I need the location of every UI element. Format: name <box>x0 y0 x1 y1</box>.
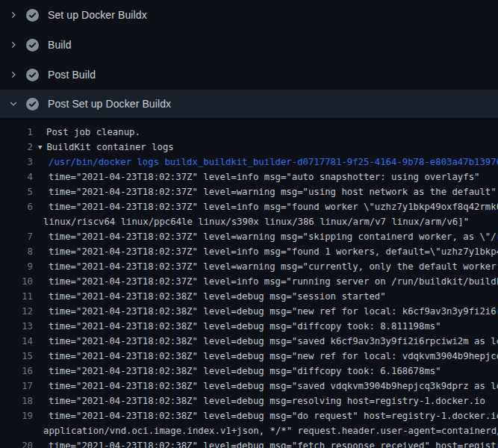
step-header-post-build[interactable]: Post Build <box>0 60 498 90</box>
line-number[interactable]: 20 <box>0 438 33 448</box>
line-number[interactable]: 11 <box>0 289 33 304</box>
log-text: time="2021-04-23T18:02:37Z" level=info m… <box>49 244 498 259</box>
log-text: Post job cleanup. <box>46 125 140 140</box>
log-line: 13time="2021-04-23T18:02:38Z" level=debu… <box>0 319 498 334</box>
log-line: 11time="2021-04-23T18:02:38Z" level=debu… <box>0 289 498 304</box>
line-number[interactable]: 1 <box>0 125 33 140</box>
log-line: 9time="2021-04-23T18:02:37Z" level=warni… <box>0 259 498 274</box>
log-text: time="2021-04-23T18:02:38Z" level=debug … <box>49 304 498 319</box>
step-header-post-set-up-docker-buildx[interactable]: Post Set up Docker Buildx <box>0 90 498 118</box>
log-line: linux/riscv64 linux/ppc64le linux/s390x … <box>0 214 498 229</box>
line-number[interactable]: 9 <box>0 259 33 274</box>
log-line: 5time="2021-04-23T18:02:37Z" level=warni… <box>0 184 498 199</box>
chevron-right-icon <box>9 10 18 19</box>
line-number <box>0 423 33 438</box>
chevron-right-icon <box>9 40 18 49</box>
log-group-toggle[interactable]: ▼BuildKit container logs <box>38 140 174 155</box>
log-text: time="2021-04-23T18:02:38Z" level=debug … <box>49 319 441 334</box>
log-text: time="2021-04-23T18:02:37Z" level=warnin… <box>49 184 497 199</box>
log-line: 4time="2021-04-23T18:02:37Z" level=info … <box>0 169 498 184</box>
step-label: Build <box>48 39 72 51</box>
line-number <box>0 214 33 229</box>
line-number[interactable]: 4 <box>0 169 33 184</box>
steps-list: Set up Docker BuildxBuildPost BuildPost … <box>0 0 498 118</box>
step-header-set-up-docker-buildx[interactable]: Set up Docker Buildx <box>0 0 498 30</box>
log-line: 10time="2021-04-23T18:02:37Z" level=info… <box>0 274 498 289</box>
step-header-build[interactable]: Build <box>0 30 498 60</box>
log-line: 15time="2021-04-23T18:02:38Z" level=debu… <box>0 349 498 364</box>
step-label: Set up Docker Buildx <box>48 9 147 21</box>
log-text: linux/riscv64 linux/ppc64le linux/s390x … <box>43 214 469 229</box>
check-circle-icon <box>26 69 39 81</box>
check-circle-icon <box>26 9 39 22</box>
log-text: time="2021-04-23T18:02:38Z" level=debug … <box>49 379 498 393</box>
log-text: application/vnd.oci.image.index.v1+json,… <box>43 423 498 438</box>
log-line: 8time="2021-04-23T18:02:37Z" level=info … <box>0 244 498 259</box>
log-text: time="2021-04-23T18:02:37Z" level=info m… <box>49 169 479 184</box>
line-number[interactable]: 2 <box>0 140 33 155</box>
line-number[interactable]: 14 <box>0 334 33 349</box>
line-number[interactable]: 17 <box>0 379 33 393</box>
log-text: time="2021-04-23T18:02:38Z" level=debug … <box>49 364 441 379</box>
log-line: 14time="2021-04-23T18:02:38Z" level=debu… <box>0 334 498 349</box>
line-number[interactable]: 3 <box>0 155 33 169</box>
log-line: 16time="2021-04-23T18:02:38Z" level=debu… <box>0 364 498 379</box>
log-line: 7time="2021-04-23T18:02:37Z" level=warni… <box>0 229 498 244</box>
line-number[interactable]: 6 <box>0 199 33 214</box>
line-number[interactable]: 19 <box>0 408 33 423</box>
chevron-right-icon <box>9 70 18 79</box>
chevron-down-icon <box>9 99 18 108</box>
line-number[interactable]: 13 <box>0 319 33 334</box>
log-line: 6time="2021-04-23T18:02:37Z" level=info … <box>0 199 498 214</box>
log-line: 2▼BuildKit container logs <box>0 140 498 155</box>
step-label: Post Build <box>48 69 96 81</box>
log-line: 12time="2021-04-23T18:02:38Z" level=debu… <box>0 304 498 319</box>
line-number[interactable]: 5 <box>0 184 33 199</box>
line-number[interactable]: 12 <box>0 304 33 319</box>
check-circle-icon <box>26 98 39 111</box>
line-number[interactable]: 7 <box>0 229 33 244</box>
log-text: time="2021-04-23T18:02:37Z" level=warnin… <box>49 259 498 274</box>
log-viewer: 1Post job cleanup.2▼BuildKit container l… <box>0 118 498 448</box>
log-text: time="2021-04-23T18:02:37Z" level=info m… <box>49 199 498 214</box>
log-text: time="2021-04-23T18:02:38Z" level=debug … <box>49 349 498 364</box>
log-line: 20time="2021-04-23T18:02:38Z" level=debu… <box>0 438 498 448</box>
log-line: 17time="2021-04-23T18:02:38Z" level=debu… <box>0 379 498 393</box>
log-line: 18time="2021-04-23T18:02:38Z" level=debu… <box>0 393 498 408</box>
log-line: 3/usr/bin/docker logs buildx_buildkit_bu… <box>0 155 498 169</box>
log-line: 1Post job cleanup. <box>0 125 498 140</box>
log-text: time="2021-04-23T18:02:37Z" level=info m… <box>49 274 498 289</box>
log-text: time="2021-04-23T18:02:38Z" level=debug … <box>49 438 498 448</box>
log-text: time="2021-04-23T18:02:38Z" level=debug … <box>49 408 498 423</box>
log-text: time="2021-04-23T18:02:38Z" level=debug … <box>49 334 498 349</box>
triangle-down-icon: ▼ <box>38 140 42 155</box>
log-text: time="2021-04-23T18:02:38Z" level=debug … <box>49 289 386 304</box>
line-number[interactable]: 10 <box>0 274 33 289</box>
log-line: 19time="2021-04-23T18:02:38Z" level=debu… <box>0 408 498 423</box>
step-label: Post Set up Docker Buildx <box>48 98 171 110</box>
log-command: /usr/bin/docker logs buildx_buildkit_bui… <box>49 155 498 169</box>
check-circle-icon <box>26 39 39 52</box>
line-number[interactable]: 16 <box>0 364 33 379</box>
log-text: time="2021-04-23T18:02:38Z" level=debug … <box>49 393 485 408</box>
log-text: time="2021-04-23T18:02:37Z" level=warnin… <box>49 229 498 244</box>
line-number[interactable]: 15 <box>0 349 33 364</box>
line-number[interactable]: 18 <box>0 393 33 408</box>
log-line: application/vnd.oci.image.index.v1+json,… <box>0 423 498 438</box>
log-group-title: BuildKit container logs <box>46 142 173 152</box>
line-number[interactable]: 8 <box>0 244 33 259</box>
